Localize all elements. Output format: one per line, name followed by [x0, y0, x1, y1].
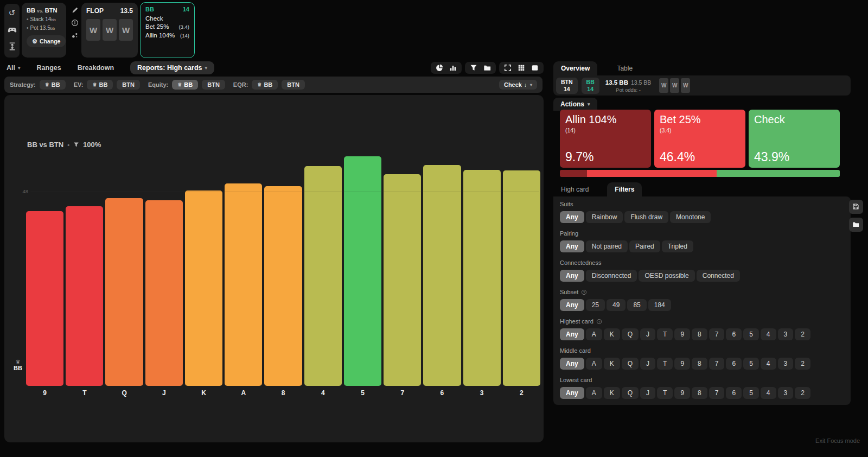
- filter-option-6[interactable]: 6: [726, 387, 742, 399]
- filter-option-rainbow[interactable]: Rainbow: [586, 211, 623, 223]
- filter-option-a[interactable]: A: [586, 387, 602, 399]
- filter-option-2[interactable]: 2: [795, 387, 810, 399]
- filter-option-t[interactable]: T: [657, 358, 673, 370]
- toggle-chip-bb[interactable]: ♛BB: [252, 80, 278, 90]
- load-filter-button[interactable]: [849, 218, 863, 232]
- bar-A[interactable]: [225, 183, 262, 386]
- filter-option-4[interactable]: 4: [761, 358, 776, 370]
- filter-icon[interactable]: [470, 64, 477, 72]
- toggle-chip-btn[interactable]: BTN: [202, 80, 225, 90]
- filter-option-j[interactable]: J: [640, 358, 655, 370]
- bar-chart-icon[interactable]: [449, 64, 457, 72]
- toggle-chip-bb[interactable]: ♛BB: [172, 80, 198, 90]
- filter-option-j[interactable]: J: [640, 328, 655, 340]
- filter-option-25[interactable]: 25: [586, 299, 605, 311]
- current-node-card-bb[interactable]: BB 14 CheckBet 25%(3.4)Allin 104%(14): [140, 2, 195, 58]
- filter-option-q[interactable]: Q: [622, 328, 639, 340]
- action-card-check[interactable]: Check43.9%: [749, 110, 840, 168]
- filter-option-any[interactable]: Any: [560, 270, 584, 282]
- help-icon[interactable]: ?: [581, 289, 587, 295]
- tab-breakdown[interactable]: Breakdown: [78, 64, 114, 72]
- filter-option-k[interactable]: K: [604, 387, 620, 399]
- sort-dropdown[interactable]: Check ↓ ▾: [499, 80, 537, 90]
- bar-4[interactable]: [304, 166, 342, 386]
- filter-option-a[interactable]: A: [586, 328, 602, 340]
- filter-option-9[interactable]: 9: [674, 328, 690, 340]
- bar-T[interactable]: [66, 206, 103, 386]
- filter-option-8[interactable]: 8: [692, 328, 707, 340]
- filter-option-a[interactable]: A: [586, 358, 602, 370]
- exit-focus-mode-link[interactable]: Exit Focus mode: [815, 437, 860, 444]
- stack-depth-icon[interactable]: [8, 42, 17, 51]
- gamepad-icon[interactable]: [8, 25, 17, 34]
- filter-option-paired[interactable]: Paired: [629, 240, 660, 252]
- filter-option-k[interactable]: K: [604, 328, 620, 340]
- filter-option-2[interactable]: 2: [795, 328, 810, 340]
- filter-option-flush-draw[interactable]: Flush draw: [624, 211, 668, 223]
- tab-all[interactable]: All▾: [7, 64, 21, 72]
- tab-reports-high-cards[interactable]: Reports: High cards▾: [130, 61, 214, 74]
- filter-option-8[interactable]: 8: [692, 387, 707, 399]
- filter-option-2[interactable]: 2: [795, 358, 810, 370]
- tab-ranges[interactable]: Ranges: [37, 64, 61, 72]
- bar-9[interactable]: [26, 211, 63, 386]
- filter-option-49[interactable]: 49: [607, 299, 626, 311]
- filter-option-9[interactable]: 9: [674, 387, 690, 399]
- filter-option-j[interactable]: J: [640, 387, 655, 399]
- filter-option-q[interactable]: Q: [622, 387, 639, 399]
- pie-chart-icon[interactable]: [436, 64, 443, 72]
- filter-option-5[interactable]: 5: [743, 328, 759, 340]
- toggle-chip-bb[interactable]: ♛BB: [40, 80, 66, 90]
- folder-icon[interactable]: [483, 64, 491, 72]
- filter-option-85[interactable]: 85: [627, 299, 646, 311]
- tab-overview[interactable]: Overview: [553, 61, 597, 75]
- info-icon[interactable]: [71, 19, 79, 27]
- player-chip-btn[interactable]: BTN 14: [556, 78, 578, 94]
- bar-2[interactable]: [503, 170, 540, 386]
- edit-icon[interactable]: [71, 7, 79, 14]
- action-card-bet-25-[interactable]: Bet 25%(3.4)46.4%: [654, 110, 745, 168]
- bar-J[interactable]: [145, 200, 183, 386]
- filter-option-4[interactable]: 4: [761, 387, 776, 399]
- filter-option-3[interactable]: 3: [778, 358, 794, 370]
- toggle-chip-btn[interactable]: BTN: [117, 80, 140, 90]
- bar-8[interactable]: [264, 186, 302, 386]
- reset-icon[interactable]: ↺: [8, 8, 17, 17]
- filter-option-7[interactable]: 7: [709, 328, 725, 340]
- bar-Q[interactable]: [105, 198, 143, 386]
- filter-option-connected[interactable]: Connected: [697, 270, 740, 282]
- filter-option-disconnected[interactable]: Disconnected: [586, 270, 637, 282]
- filter-option-oesd-possible[interactable]: OESD possible: [639, 270, 694, 282]
- filter-option-not-paired[interactable]: Not paired: [586, 240, 628, 252]
- filter-option-5[interactable]: 5: [743, 358, 759, 370]
- filter-option-4[interactable]: 4: [761, 328, 776, 340]
- bar-7[interactable]: [384, 174, 421, 386]
- player-chip-bb[interactable]: BB 14: [582, 78, 599, 94]
- filter-option-9[interactable]: 9: [674, 358, 690, 370]
- filter-option-6[interactable]: 6: [726, 328, 742, 340]
- help-icon[interactable]: ?: [596, 319, 602, 325]
- filter-option-k[interactable]: K: [604, 358, 620, 370]
- filter-option-t[interactable]: T: [657, 387, 673, 399]
- filter-option-3[interactable]: 3: [778, 387, 794, 399]
- expand-icon[interactable]: [504, 64, 512, 72]
- filter-option-5[interactable]: 5: [743, 387, 759, 399]
- filter-option-8[interactable]: 8: [692, 358, 707, 370]
- tab-filters[interactable]: Filters: [607, 182, 642, 196]
- share-nodes-icon[interactable]: [71, 31, 79, 39]
- filter-option-any[interactable]: Any: [560, 328, 584, 340]
- filter-option-6[interactable]: 6: [726, 358, 742, 370]
- filter-option-184[interactable]: 184: [648, 299, 671, 311]
- flop-node-card[interactable]: FLOP 13.5 WWW: [81, 3, 138, 58]
- filter-option-q[interactable]: Q: [622, 358, 639, 370]
- change-button[interactable]: ⚙ Change: [27, 35, 66, 47]
- filter-option-any[interactable]: Any: [560, 387, 584, 399]
- toggle-chip-bb[interactable]: ♛BB: [87, 80, 113, 90]
- panel-view-icon[interactable]: [531, 64, 539, 72]
- tab-table[interactable]: Table: [609, 61, 640, 75]
- toggle-chip-btn[interactable]: BTN: [282, 80, 305, 90]
- filter-option-any[interactable]: Any: [560, 211, 584, 223]
- bar-6[interactable]: [423, 165, 461, 386]
- filter-option-3[interactable]: 3: [778, 328, 794, 340]
- filter-option-monotone[interactable]: Monotone: [670, 211, 711, 223]
